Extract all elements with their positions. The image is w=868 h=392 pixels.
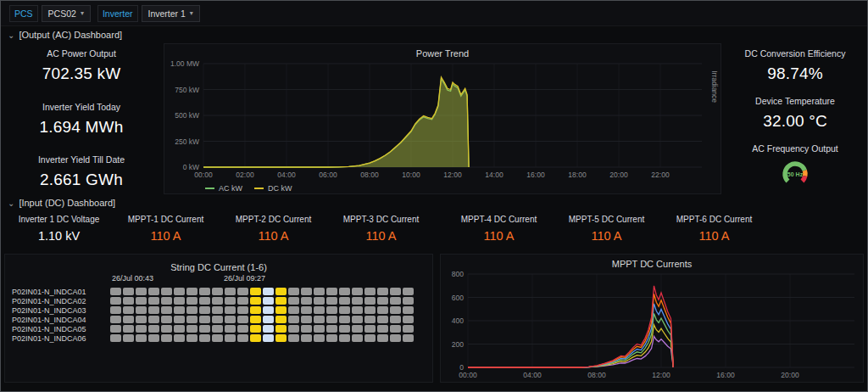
- pcs-dropdown[interactable]: PCS02 ▾: [42, 5, 91, 22]
- svg-text:16:00: 16:00: [526, 171, 545, 179]
- heatmap-cell: [326, 334, 337, 342]
- heatmap-cell: [186, 288, 198, 295]
- heatmap-cell: [250, 316, 261, 323]
- heatmap-cell: [377, 288, 388, 295]
- heatmap-cell: [326, 288, 337, 295]
- heatmap-cell: [377, 316, 388, 323]
- mppt-dc-currents-panel: MPPT DC Currents 00:0004:0008:0012:0016:…: [440, 254, 864, 383]
- pcs-variable-label: PCS: [9, 5, 38, 22]
- stat-value: 110 A: [220, 229, 327, 243]
- row-header-label: [Output (AC) Dashboard]: [19, 30, 122, 40]
- stat-label: DC Conversion Efficiency: [726, 48, 864, 59]
- right-stats-column: DC Conversion Efficiency 98.74% Device T…: [726, 43, 864, 194]
- heatmap-cell: [199, 316, 210, 323]
- stat-value: 110 A: [327, 229, 435, 243]
- mppt-dc-currents-chart[interactable]: 00:0004:0008:0012:0016:0020:000200400600…: [441, 269, 863, 384]
- stat-label: MPPT-3 DC Current: [327, 215, 435, 224]
- inverter-dropdown[interactable]: Inverter 1 ▾: [142, 5, 200, 22]
- stat-value: 1.10 kV: [6, 229, 112, 243]
- heatmap-row-label: P02IN01-N_INDCA06: [12, 334, 110, 343]
- svg-text:08:00: 08:00: [587, 371, 606, 379]
- svg-text:18:00: 18:00: [568, 171, 587, 179]
- heatmap-grid[interactable]: P02IN01-N_INDCA01P02IN01-N_INDCA02P02IN0…: [12, 287, 426, 343]
- heatmap-cell: [225, 306, 236, 314]
- heatmap-cell: [161, 288, 172, 295]
- heatmap-cell: [390, 297, 401, 305]
- heatmap-cell: [301, 325, 312, 333]
- heatmap-cell: [377, 306, 388, 314]
- legend-label: AC kW: [219, 184, 242, 193]
- heatmap-cell: [174, 334, 185, 342]
- heatmap-cell: [225, 288, 236, 295]
- heatmap-cell: [352, 306, 363, 314]
- stat-value: 32.00 °C: [726, 112, 864, 131]
- heatmap-cell: [161, 325, 172, 333]
- legend-item-ac-kw[interactable]: AC kW: [205, 184, 242, 193]
- device-temperature-stat: Device Temperature 32.00 °C: [726, 92, 864, 134]
- heatmap-cell: [326, 297, 337, 305]
- heatmap-cell: [364, 306, 376, 314]
- heatmap-cell: [326, 325, 337, 333]
- heatmap-cell: [186, 325, 198, 333]
- power-trend-panel: Power Trend 00:0002:0004:0006:0008:0010:…: [164, 43, 721, 194]
- heatmap-cell: [250, 297, 261, 305]
- dc-stats-row: Inverter 1 DC Voltage 1.10 kV MPPT-1 DC …: [1, 211, 768, 252]
- svg-text:12:00: 12:00: [652, 371, 670, 379]
- heatmap-cell: [377, 297, 388, 305]
- heatmap-row: P02IN01-N_INDCA03: [12, 305, 426, 315]
- heatmap-cell: [263, 306, 274, 314]
- heatmap-cell: [136, 316, 147, 323]
- inverter-dropdown-value: Inverter 1: [148, 8, 186, 19]
- heatmap-cell: [212, 316, 223, 323]
- heatmap-cell: [161, 334, 172, 342]
- heatmap-cell: [148, 325, 159, 333]
- legend-label: DC kW: [268, 184, 292, 193]
- heatmap-cell: [237, 316, 248, 323]
- heatmap-cell: [199, 297, 210, 305]
- stat-value: 110 A: [445, 229, 553, 243]
- svg-text:04:00: 04:00: [523, 371, 542, 379]
- dc-conversion-efficiency-stat: DC Conversion Efficiency 98.74%: [726, 45, 864, 87]
- heatmap-cell: [275, 297, 287, 305]
- collapse-chevron-icon: ⌄: [8, 31, 14, 40]
- power-trend-chart[interactable]: 00:0002:0004:0006:0008:0010:0012:0014:00…: [164, 59, 721, 183]
- heatmap-cell: [339, 334, 350, 342]
- collapse-chevron-icon: ⌄: [8, 199, 14, 208]
- heatmap-cell: [225, 297, 236, 305]
- heatmap-row-label: P02IN01-N_INDCA05: [12, 325, 110, 333]
- legend-item-dc-kw[interactable]: DC kW: [254, 184, 292, 193]
- heatmap-cell: [263, 288, 274, 295]
- heatmap-cell: [275, 306, 287, 314]
- stat-label: AC Power Output: [4, 48, 159, 59]
- heatmap-cell: [263, 297, 274, 305]
- ac-stats-column: AC Power Output 702.35 kW Inverter Yield…: [4, 43, 159, 194]
- heatmap-cell: [275, 325, 287, 333]
- heatmap-cell: [390, 288, 401, 295]
- chevron-down-icon: ▾: [81, 9, 84, 17]
- panel-title: MPPT DC Currents: [441, 255, 863, 269]
- heatmap-cell: [263, 334, 274, 342]
- heatmap-cell: [237, 297, 248, 305]
- mppt-3-dc-current-stat: MPPT-3 DC Current 110 A: [327, 215, 435, 250]
- heatmap-cell: [364, 334, 376, 342]
- inverter-variable: Inverter Inverter 1 ▾: [97, 5, 200, 22]
- mppt-5-dc-current-stat: MPPT-5 DC Current 110 A: [553, 215, 660, 250]
- heatmap-cell: [199, 288, 210, 295]
- heatmap-cell: [364, 288, 376, 295]
- heatmap-cell: [288, 325, 299, 333]
- string-dc-current-panel: String DC Current (1-6) 26/Jul 00:43 26/…: [4, 254, 433, 383]
- heatmap-cell: [263, 316, 274, 323]
- heatmap-cell: [352, 297, 363, 305]
- row-header-input-dc[interactable]: ⌄ [Input (DC) Dashboard]: [1, 194, 867, 211]
- heatmap-cell: [161, 316, 172, 323]
- stat-label: Device Temperature: [726, 96, 864, 106]
- heatmap-cell: [148, 297, 159, 305]
- row-header-output-ac[interactable]: ⌄ [Output (AC) Dashboard]: [1, 26, 867, 43]
- svg-text:200: 200: [452, 340, 464, 349]
- stat-label: MPPT-6 DC Current: [660, 215, 768, 224]
- mppt-4-dc-current-stat: MPPT-4 DC Current 110 A: [445, 215, 553, 250]
- inverter-yield-today-stat: Inverter Yield Today 1.694 MWh: [4, 98, 159, 140]
- row-header-label: [Input (DC) Dashboard]: [19, 198, 115, 208]
- inverter-yield-till-date-stat: Inverter Yield Till Date 2.661 GWh: [4, 151, 159, 193]
- svg-text:500 kW: 500 kW: [175, 111, 199, 120]
